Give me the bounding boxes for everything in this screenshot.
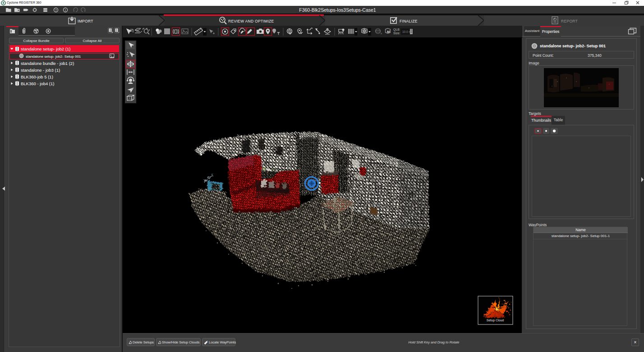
svg-text:standalone - job3 (1): standalone - job3 (1): [21, 68, 60, 73]
svg-text:M: M: [387, 30, 390, 34]
svg-text:standalone bundle - job1 (2): standalone bundle - job1 (2): [21, 61, 74, 66]
svg-text:+: +: [111, 31, 113, 33]
svg-text:REPORT: REPORT: [561, 19, 578, 23]
svg-text:standalone setup- job2- Setup: standalone setup- job2- Setup 001: [26, 55, 81, 59]
svg-text:BLK360 - job4 (1): BLK360 - job4 (1): [21, 81, 54, 86]
svg-text:REVIEW AND OPTIMIZE: REVIEW AND OPTIMIZE: [228, 19, 274, 23]
svg-text:QLB: QLB: [393, 28, 400, 32]
svg-text:−: −: [118, 31, 120, 33]
svg-text:standalone setup- job2 (1): standalone setup- job2 (1): [21, 46, 70, 51]
svg-text:Locate WayPoints: Locate WayPoints: [209, 340, 236, 344]
svg-text:FINALIZE: FINALIZE: [400, 19, 418, 23]
svg-text:Show/Hide Setup Clouds: Show/Hide Setup Clouds: [162, 340, 200, 344]
svg-text:BLK360-job 5 (1): BLK360-job 5 (1): [21, 74, 53, 79]
svg-text:Setup Cloud: Setup Cloud: [487, 319, 504, 322]
svg-text:IMPORT: IMPORT: [78, 19, 93, 23]
svg-text:10.0 m: 10.0 m: [402, 30, 411, 33]
svg-text:Delete Setups: Delete Setups: [133, 340, 154, 344]
svg-text:Size:: Size:: [393, 32, 400, 35]
